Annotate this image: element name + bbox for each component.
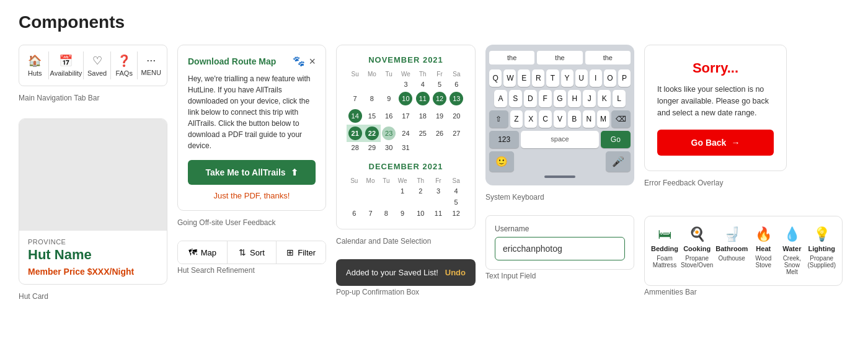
calendar-section: NOVEMBER 2021 Su Mo Tu We Th Fr Sa 3 4 bbox=[336, 45, 476, 297]
cal-day: 23 bbox=[381, 125, 397, 142]
cooking-icon: 🍳 bbox=[689, 226, 706, 242]
pdf-link[interactable]: Just the PDF, thanks! bbox=[188, 191, 316, 200]
cal-header-sa: Sa bbox=[448, 69, 465, 79]
water-name: Water bbox=[782, 245, 801, 252]
cal-day: 26 bbox=[431, 125, 448, 142]
error-title: Sorry... bbox=[657, 60, 774, 76]
key-d[interactable]: D bbox=[524, 90, 537, 107]
key-b[interactable]: B bbox=[568, 110, 580, 128]
key-x[interactable]: X bbox=[525, 110, 537, 128]
cal-day: 4 bbox=[414, 79, 431, 90]
map-button[interactable]: 🗺 Map bbox=[178, 241, 228, 264]
cal-day bbox=[431, 142, 448, 153]
nav-tab-bar-label: Main Navigation Tab Bar bbox=[19, 94, 167, 102]
key-i[interactable]: I bbox=[590, 69, 602, 87]
cal-day cal-range: 21 bbox=[347, 125, 363, 142]
key-f[interactable]: F bbox=[539, 90, 552, 107]
key-space[interactable]: space bbox=[521, 131, 598, 148]
cal-day: 16 bbox=[381, 107, 397, 125]
hut-card-price: Member Price $XXX/Night bbox=[28, 267, 158, 277]
error-body: It looks like your selection is no longe… bbox=[657, 84, 774, 118]
availability-icon: 📅 bbox=[59, 54, 73, 68]
key-l[interactable]: L bbox=[613, 90, 626, 107]
amenity-water: 💧 Water Creek, Snow Melt bbox=[779, 226, 805, 275]
key-n[interactable]: N bbox=[583, 110, 595, 128]
cal-day bbox=[347, 197, 362, 208]
november-title: NOVEMBER 2021 bbox=[347, 55, 465, 64]
key-g[interactable]: G bbox=[554, 90, 567, 107]
cal-header-sa: Sa bbox=[447, 176, 465, 185]
cal-day: 12 bbox=[431, 90, 448, 107]
keyboard-label: System Keyboard bbox=[485, 193, 634, 202]
close-button[interactable]: × bbox=[309, 56, 316, 67]
undo-button[interactable]: Undo bbox=[445, 268, 466, 277]
popup-label: Pop-up Confirmation Box bbox=[336, 288, 419, 296]
menu-icon: ··· bbox=[146, 54, 156, 67]
nav-tab-bar-component: 🏠 Huts 📅 Availability ♡ Saved ❓ FAQs ···… bbox=[19, 45, 167, 301]
key-j[interactable]: J bbox=[583, 90, 596, 107]
suggestion-1[interactable]: the bbox=[489, 51, 534, 64]
alltrails-button[interactable]: Take Me to AllTrails ⬆ bbox=[188, 160, 316, 185]
sort-button[interactable]: ⇅ Sort bbox=[228, 241, 277, 264]
download-route-title: Download Route Map bbox=[188, 56, 276, 66]
popup-confirm: Added to your Saved List! Undo bbox=[336, 259, 476, 286]
key-q[interactable]: Q bbox=[489, 69, 502, 87]
cal-day bbox=[347, 185, 362, 197]
page-title: Components bbox=[19, 12, 849, 32]
sort-label: Sort bbox=[250, 248, 265, 257]
calendar-card[interactable]: NOVEMBER 2021 Su Mo Tu We Th Fr Sa 3 4 bbox=[336, 45, 476, 229]
cooking-name: Cooking bbox=[683, 245, 711, 252]
tab-availability[interactable]: 📅 Availability bbox=[49, 51, 84, 79]
filter-label: Filter bbox=[298, 248, 316, 257]
suggestion-2[interactable]: the bbox=[537, 51, 582, 64]
key-p[interactable]: P bbox=[618, 69, 631, 87]
tab-saved[interactable]: ♡ Saved bbox=[84, 51, 111, 79]
key-z[interactable]: Z bbox=[510, 110, 523, 128]
key-t[interactable]: T bbox=[546, 69, 559, 87]
key-go[interactable]: Go bbox=[601, 131, 631, 148]
text-input-label: Text Input Field bbox=[485, 272, 536, 280]
key-h[interactable]: H bbox=[568, 90, 581, 107]
tab-huts[interactable]: 🏠 Huts bbox=[22, 51, 49, 79]
error-overlay-label: Error Feedback Overlay bbox=[644, 179, 843, 187]
cal-header-mo: Mo bbox=[362, 176, 379, 185]
cal-header-th: Th bbox=[414, 69, 431, 79]
cal-day: 13 bbox=[448, 90, 465, 107]
go-back-icon: → bbox=[731, 138, 740, 148]
filter-icon: ⊞ bbox=[286, 247, 294, 257]
tab-menu[interactable]: ··· MENU bbox=[138, 51, 164, 79]
key-k[interactable]: K bbox=[598, 90, 611, 107]
key-w[interactable]: W bbox=[503, 69, 516, 87]
error-overlay-section: Sorry... It looks like your selection is… bbox=[644, 45, 843, 297]
search-refinement-label: Hut Search Refinement bbox=[177, 266, 255, 275]
filter-button[interactable]: ⊞ Filter bbox=[277, 241, 326, 264]
sort-icon: ⇅ bbox=[239, 247, 246, 257]
cal-day: 11 bbox=[414, 90, 431, 107]
tab-faqs[interactable]: ❓ FAQs bbox=[111, 51, 138, 79]
key-emoji[interactable]: 🙂 bbox=[489, 151, 514, 172]
key-v[interactable]: V bbox=[554, 110, 566, 128]
cal-day bbox=[347, 79, 363, 90]
keyboard-card: the the the Q W E R T Y U I O P A S D bbox=[485, 45, 634, 185]
key-a[interactable]: A bbox=[494, 90, 507, 107]
key-backspace[interactable]: ⌫ bbox=[611, 110, 631, 128]
tab-faqs-label: FAQs bbox=[115, 69, 133, 77]
key-e[interactable]: E bbox=[518, 69, 530, 87]
key-c[interactable]: C bbox=[539, 110, 551, 128]
lighting-name: Lighting bbox=[808, 245, 835, 252]
hut-card-image bbox=[19, 119, 167, 231]
key-s[interactable]: S bbox=[509, 90, 522, 107]
key-o[interactable]: O bbox=[604, 69, 616, 87]
suggestion-3[interactable]: the bbox=[585, 51, 631, 64]
key-u[interactable]: U bbox=[575, 69, 588, 87]
username-input[interactable] bbox=[495, 237, 625, 260]
key-mic[interactable]: 🎤 bbox=[606, 151, 631, 172]
key-123[interactable]: 123 bbox=[489, 131, 519, 148]
key-shift[interactable]: ⇧ bbox=[489, 110, 508, 128]
key-r[interactable]: R bbox=[532, 69, 544, 87]
key-y[interactable]: Y bbox=[561, 69, 574, 87]
key-m[interactable]: M bbox=[597, 110, 609, 128]
alltrails-button-icon: ⬆ bbox=[291, 167, 298, 177]
download-route-icons: 🐾 × bbox=[293, 55, 316, 67]
go-back-button[interactable]: Go Back → bbox=[657, 130, 774, 156]
